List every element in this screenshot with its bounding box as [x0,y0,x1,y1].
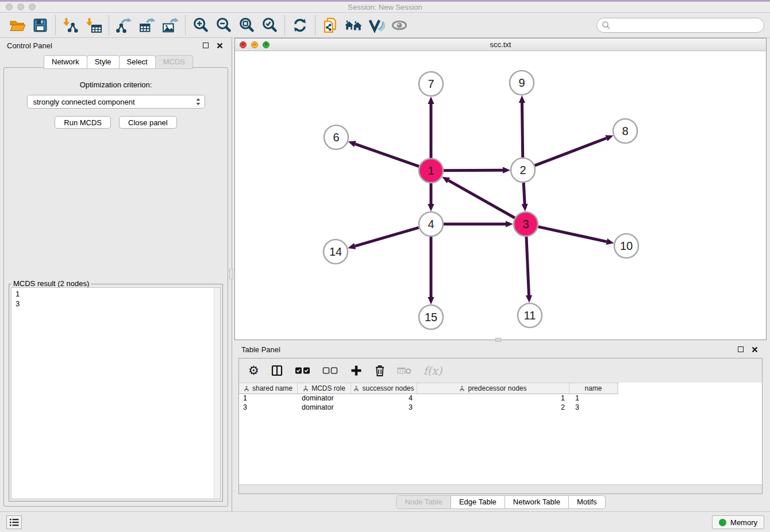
zoom-in-icon [192,17,209,34]
memory-button[interactable]: Memory [712,515,764,529]
table-row[interactable]: 3 dominator 3 2 3 [239,403,762,413]
close-panel-button-mcds[interactable]: Close panel [119,116,177,129]
graph-node-label: 1 [428,164,434,177]
vertical-splitter-grip[interactable] [229,269,233,279]
float-table-panel-button[interactable] [736,344,746,354]
graph-edge-1-2[interactable] [444,170,503,171]
node-table-container: ⚙ [238,358,763,494]
tab-edge-table[interactable]: Edge Table [451,495,505,509]
tab-network-table[interactable]: Network Table [505,495,569,509]
table-row[interactable]: 1 dominator 4 1 1 [239,394,762,403]
cell-shared-name[interactable]: 3 [239,403,298,413]
graph-edge-arrowhead [348,243,356,249]
cell-name[interactable]: 1 [569,394,618,403]
column-header-shared-name[interactable]: shared name [239,383,298,394]
zoom-out-button[interactable] [212,14,235,36]
graph-node-label: 10 [620,240,633,252]
column-header-mcds-role[interactable]: MCDS role [298,383,351,394]
zoom-selected-icon [261,17,278,34]
select-all-icon [295,366,311,375]
table-header-row: shared name MCDS role successor nodes pr… [239,383,619,394]
task-history-button[interactable] [6,515,22,529]
cell-mcds-role[interactable]: dominator [298,394,351,403]
cell-predecessor-nodes[interactable]: 2 [417,403,569,413]
graph-edge-2-9[interactable] [522,103,522,157]
table-settings-button[interactable]: ⚙ [248,365,259,377]
graph-edge-2-3[interactable] [523,183,525,204]
delete-column-button[interactable] [374,364,386,377]
graph-edge-3-11[interactable] [526,237,529,295]
close-icon [752,346,758,353]
import-network-button[interactable] [59,14,82,36]
control-panel-tabs: Network Style Select MCDS [44,55,192,69]
search-box[interactable] [596,18,764,33]
export-image-button[interactable] [159,14,182,36]
tab-network[interactable]: Network [44,55,87,69]
tab-select[interactable]: Select [119,55,156,69]
graph-edge-arrowhead [503,167,510,174]
home-icon [344,17,363,34]
export-table-button[interactable] [136,14,159,36]
run-mcds-button[interactable]: Run MCDS [55,116,111,129]
network-window-titlebar[interactable]: × − + scc.txt [235,38,766,51]
cell-mcds-role[interactable]: dominator [298,403,351,413]
tab-style[interactable]: Style [87,55,120,69]
create-column-button[interactable] [350,364,363,377]
zoom-selected-button[interactable] [258,14,281,36]
graph-edge-3-10[interactable] [538,227,606,242]
eye-icon [390,17,409,34]
cell-successor-nodes[interactable]: 4 [351,394,417,403]
close-table-panel-button[interactable] [749,344,760,354]
optimization-criterion-label: Optimization criterion: [4,80,228,89]
cell-shared-name[interactable]: 1 [239,394,298,403]
zoom-in-button[interactable] [189,14,212,36]
clone-network-button[interactable] [319,14,342,36]
zoom-fit-button[interactable] [235,14,258,36]
float-panel-button[interactable] [201,40,211,51]
open-session-button[interactable] [6,14,29,36]
cell-predecessor-nodes[interactable]: 1 [417,394,569,403]
select-all-button[interactable] [295,366,311,375]
mcds-result-list[interactable]: 1 3 [11,287,221,499]
column-header-successor-nodes[interactable]: successor nodes [351,383,417,394]
show-columns-button[interactable] [271,364,283,377]
cell-successor-nodes[interactable]: 3 [351,403,417,413]
horizontal-splitter-grip[interactable] [495,338,501,342]
apply-layout-button[interactable] [288,14,311,36]
graph-edge-3-1[interactable] [448,180,514,218]
network-canvas[interactable]: 7968124314101511 [235,51,766,339]
import-table-button[interactable] [82,14,105,36]
search-input[interactable] [611,21,759,29]
export-network-button[interactable] [113,14,136,36]
result-scrollbar[interactable] [214,288,220,499]
graph-edge-4-14[interactable] [355,228,419,246]
tab-mcds[interactable]: MCDS [155,55,193,69]
graph-node-label: 11 [524,309,536,322]
tab-motifs[interactable]: Motifs [568,495,606,509]
column-header-name[interactable]: name [569,383,618,394]
table-toolbar: ⚙ [239,358,762,383]
show-hide-button[interactable] [388,14,411,36]
column-header-predecessor-nodes[interactable]: predecessor nodes [417,383,569,394]
tab-node-table[interactable]: Node Table [396,495,451,509]
function-builder-button[interactable]: f(x) [424,364,442,377]
graph-edge-arrowhead [428,204,434,211]
criterion-dropdown[interactable]: strongly connected component [27,95,205,109]
close-icon [217,43,223,49]
deselect-all-button[interactable] [322,366,338,375]
table-horizontal-scrollbar[interactable] [239,484,762,494]
status-bar: Memory [0,511,770,532]
memory-label: Memory [730,518,757,527]
save-session-button[interactable] [29,14,52,36]
table-tabs: Node Table Edge Table Network Table Moti… [234,495,767,509]
apply-style-button[interactable] [365,14,388,36]
graph-edge-1-6[interactable] [355,144,419,167]
graph-edge-arrowhead [526,295,532,303]
save-icon [32,17,48,33]
cell-name[interactable]: 3 [569,403,618,413]
delete-table-button[interactable] [397,366,412,375]
close-panel-button[interactable] [214,40,225,51]
home-button[interactable] [342,14,365,36]
window-title: Session: New Session [0,3,770,11]
graph-edge-2-8[interactable] [535,138,607,165]
